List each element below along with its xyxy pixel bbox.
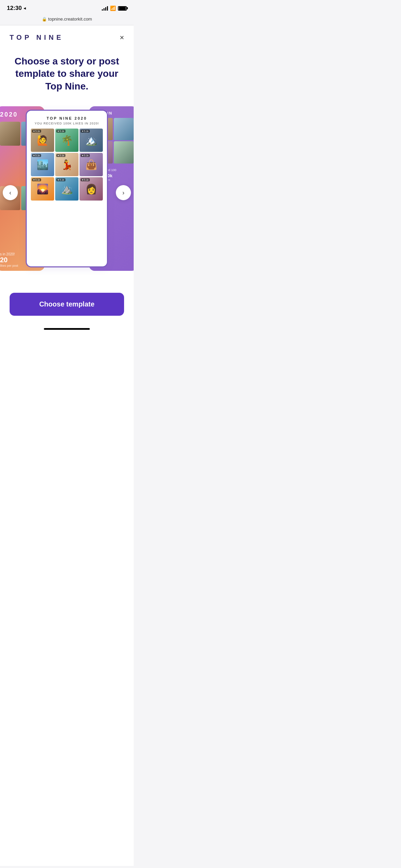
photo-cell-5: 💃 ♥ 5.1k [55,153,78,176]
like-badge-2: ♥ 5.1k [56,130,65,133]
location-icon: ◂ [24,6,26,11]
like-badge-6: ♥ 5.1k [81,154,90,157]
right-cell-4 [114,141,134,164]
photo-cell-7: 🌄 ♥ 5.1k [31,177,54,201]
headline-section: Choose a story or post template to share… [0,47,134,104]
time-display: 12:30 [7,5,22,12]
cta-section: Choose template [0,282,134,323]
left-cell-1 [0,122,20,185]
headline-text: Choose a story or post template to share… [10,55,124,93]
like-badge-5: ♥ 5.1k [56,154,65,157]
home-indicator [0,323,134,333]
wifi-icon: 📶 [110,5,116,11]
photo-cell-4: 🏙️ ♥ 5.1k [31,153,54,176]
url-bar: 🔒 topnine.creatorkit.com [0,14,134,25]
main-content: TOP NINE × Choose a story or post templa… [0,25,134,866]
home-bar [44,328,90,330]
url-display: topnine.creatorkit.com [48,16,92,22]
close-button[interactable]: × [120,34,124,41]
like-badge-9: ♥ 5.1k [81,178,90,181]
photo-cell-1: 🙋 ♥ 5.1k [31,129,54,152]
photo-cell-8: ⛰️ ♥ 5.1k [55,177,78,201]
signal-bars [102,6,108,11]
like-badge-4: ♥ 5.1k [32,154,41,157]
url-text: 🔒 topnine.creatorkit.com [7,16,127,22]
photo-cell-3: 🏔️ ♥ 5.1k [80,129,103,152]
photo-cell-2: 🌴 ♥ 5.1k [55,129,78,152]
like-badge-7: ♥ 5.1k [32,178,41,181]
status-icons: 📶 [102,5,127,11]
like-badge-3: ♥ 5.1k [81,130,90,133]
photo-grid: 🙋 ♥ 5.1k 🌴 ♥ 5.1k 🏔️ ♥ 5.1k [31,129,103,201]
app-logo: TOP NINE [10,34,64,41]
center-card: TOP NINE 2020 YOU RECEIVED 100K LIKES IN… [26,110,108,267]
right-cell-2 [114,118,134,140]
chevron-left-icon: ‹ [9,189,11,196]
center-card-title: TOP NINE 2020 [31,116,103,120]
next-arrow-button[interactable]: › [116,185,131,200]
header: TOP NINE × [0,25,134,47]
center-card-subtitle: YOU RECEIVED 100K LIKES IN 2020! [31,122,103,125]
prev-arrow-button[interactable]: ‹ [3,185,18,200]
like-badge-1: ♥ 5.1k [32,130,41,133]
template-carousel: 2020 s in 2020! 20 likes per post [0,104,134,282]
chevron-right-icon: › [122,189,124,196]
lock-icon: 🔒 [42,17,47,22]
choose-template-button[interactable]: Choose template [10,293,124,316]
status-bar: 12:30 ◂ 📶 [0,0,134,14]
like-badge-8: ♥ 5.1k [56,178,65,181]
photo-cell-6: 👜 ♥ 5.1k [80,153,103,176]
status-time: 12:30 ◂ [7,5,26,12]
photo-cell-9: 👩 ♥ 5.1k [80,177,103,201]
battery-icon [118,6,127,11]
